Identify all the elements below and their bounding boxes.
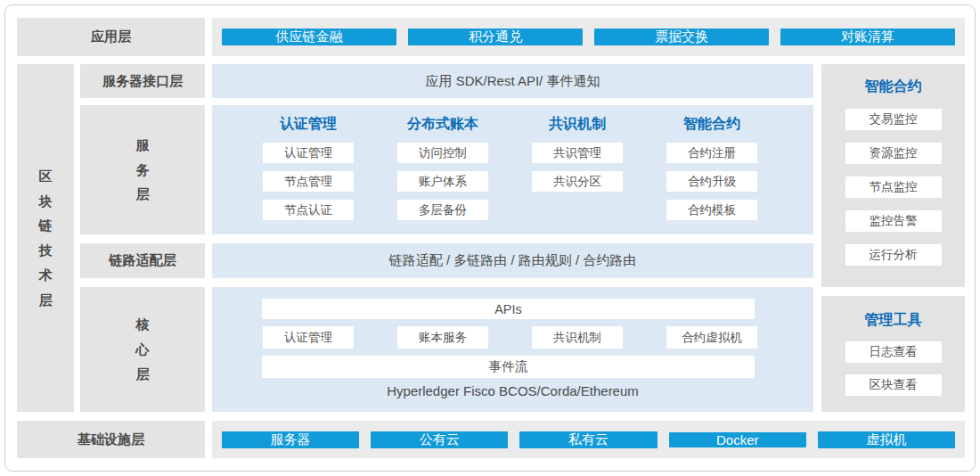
node-virtual-machine: 虚拟机 <box>818 431 955 448</box>
service-col-consensus: 共识机制 共识管理 共识分区 <box>532 105 623 234</box>
node-ledger-service: 账本服务 <box>397 326 488 349</box>
core-layer-text: 核心层 <box>135 312 151 386</box>
node-transaction-monitor: 交易监控 <box>845 109 942 130</box>
node-consensus-partition: 共识分区 <box>532 171 623 192</box>
management-tools-header: 管理工具 <box>865 310 922 330</box>
service-col-smart-contract-header: 智能合约 <box>666 115 757 135</box>
core-layer-panel: APIs 认证管理 账本服务 共识机制 合约虚拟机 事件流 Hyperledge… <box>212 287 813 412</box>
node-node-authentication: 节点认证 <box>263 200 354 220</box>
node-contract-register: 合约注册 <box>666 143 757 163</box>
node-docker: Docker <box>669 432 806 447</box>
node-server: 服务器 <box>222 431 359 448</box>
management-tools-panel: 管理工具 日志查看 区块查看 <box>821 296 965 412</box>
app-layer-strip: 供应链金融 积分通兑 票据交换 对账清算 <box>212 18 965 56</box>
app-layer-label: 应用层 <box>17 18 205 56</box>
node-monitor-alert: 监控告警 <box>845 210 942 232</box>
blockchain-tech-layer-text: 区块链技术层 <box>38 164 53 313</box>
node-operation-analysis: 运行分析 <box>845 244 942 266</box>
node-apis-bar: APIs <box>262 299 755 319</box>
blockchain-tech-layer-label: 区块链技术层 <box>17 64 74 412</box>
platforms-text: Hyperledger Fisco BCOS/Corda/Ethereum <box>212 382 813 401</box>
node-log-viewer: 日志查看 <box>845 341 942 363</box>
interface-layer-label: 服务器接口层 <box>80 64 205 98</box>
node-reconciliation-clearing: 对账清算 <box>780 29 955 45</box>
service-layer-text: 服务层 <box>135 133 151 207</box>
node-auth-management: 认证管理 <box>263 143 354 163</box>
service-col-auth: 认证管理 认证管理 节点管理 节点认证 <box>263 105 354 234</box>
node-supply-chain-finance: 供应链金融 <box>222 29 396 45</box>
node-contract-template: 合约模板 <box>666 200 757 220</box>
link-layer-label: 链路适配层 <box>80 243 205 278</box>
node-bill-exchange: 票据交换 <box>594 29 769 45</box>
monitor-panel: 智能合约 交易监控 资源监控 节点监控 监控告警 运行分析 <box>821 64 965 287</box>
service-col-consensus-header: 共识机制 <box>532 115 623 135</box>
service-col-auth-header: 认证管理 <box>263 115 354 135</box>
service-col-smart-contract: 智能合约 合约注册 合约升级 合约模板 <box>666 105 757 234</box>
node-core-auth: 认证管理 <box>263 326 354 349</box>
node-node-monitor: 节点监控 <box>845 176 942 198</box>
node-block-viewer: 区块查看 <box>845 374 942 396</box>
node-multilayer-backup: 多层备份 <box>397 200 488 220</box>
node-public-cloud: 公有云 <box>371 431 508 448</box>
node-core-consensus: 共识机制 <box>532 326 623 349</box>
node-account-system: 账户体系 <box>397 171 488 192</box>
node-access-control: 访问控制 <box>397 143 488 163</box>
infra-layer-label: 基础设施层 <box>17 421 205 458</box>
node-contract-vm: 合约虚拟机 <box>666 326 757 349</box>
link-layer-bar: 链路适配 / 多链路由 / 路由规则 / 合约路由 <box>212 243 813 278</box>
monitor-panel-header: 智能合约 <box>865 77 922 96</box>
interface-layer-bar: 应用 SDK/Rest API/ 事件通知 <box>212 64 813 98</box>
node-event-stream-bar: 事件流 <box>262 356 755 378</box>
node-contract-upgrade: 合约升级 <box>666 171 757 192</box>
node-private-cloud: 私有云 <box>519 431 657 448</box>
service-layer-label: 服务层 <box>80 105 205 234</box>
service-col-ledger-header: 分布式账本 <box>397 115 488 135</box>
core-layer-label: 核心层 <box>80 287 205 412</box>
node-consensus-management: 共识管理 <box>532 143 623 163</box>
architecture-diagram: 应用层 供应链金融 积分通兑 票据交换 对账清算 区块链技术层 服务器接口层 应… <box>0 0 980 476</box>
service-layer-panel: 认证管理 认证管理 节点管理 节点认证 分布式账本 访问控制 账户体系 多层备份… <box>212 105 813 234</box>
service-col-ledger: 分布式账本 访问控制 账户体系 多层备份 <box>397 105 488 234</box>
node-resource-monitor: 资源监控 <box>845 143 942 164</box>
infra-layer-strip: 服务器 公有云 私有云 Docker 虚拟机 <box>212 421 965 458</box>
node-points-exchange: 积分通兑 <box>408 29 583 45</box>
node-node-management: 节点管理 <box>263 171 354 192</box>
